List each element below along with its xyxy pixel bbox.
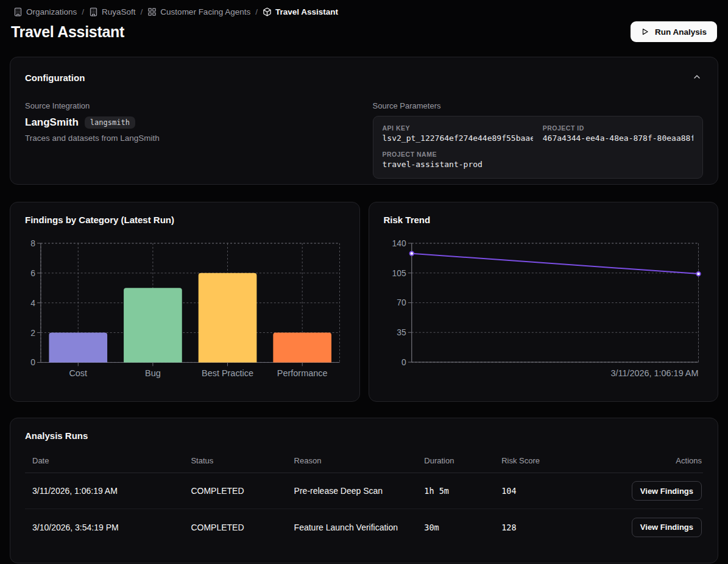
run-status: COMPLETED	[183, 523, 286, 532]
breadcrumb-item-customer-facing-agents[interactable]: Customer Facing Agents	[147, 7, 250, 16]
view-findings-button[interactable]: View Findings	[632, 518, 702, 537]
collapse-button[interactable]	[691, 71, 703, 85]
findings-bar-chart: 02468CostBugBest PracticePerformance	[25, 237, 345, 385]
breadcrumb-label: RuyaSoft	[102, 7, 136, 16]
bar-chart-title: Findings by Category (Latest Run)	[25, 215, 345, 225]
integration-badge: langsmith	[85, 116, 135, 129]
column-header-risk-score: Risk Score	[494, 456, 585, 465]
breadcrumb-label: Travel Assistant	[275, 7, 338, 16]
view-findings-button[interactable]: View Findings	[632, 481, 702, 501]
table-row: 3/10/2026, 3:54:19 PM COMPLETED Feature …	[25, 509, 703, 545]
run-risk-score: 104	[494, 486, 585, 496]
source-integration-section: Source Integration LangSmith langsmith T…	[25, 101, 356, 179]
svg-text:0: 0	[30, 357, 35, 367]
param-api-key: API KEY lsv2_pt_122764ef274e44e89f55baae…	[383, 124, 533, 143]
breadcrumb-separator: /	[255, 7, 258, 16]
svg-text:70: 70	[397, 298, 406, 307]
run-date: 3/10/2026, 3:54:19 PM	[25, 523, 183, 532]
page-title: Travel Assistant	[11, 23, 124, 41]
configuration-card: Configuration Source Integration LangSmi…	[10, 57, 718, 185]
page-header: Travel Assistant Run Analysis	[10, 21, 718, 42]
breadcrumb-label: Customer Facing Agents	[160, 7, 250, 16]
source-parameters-label: Source Parameters	[373, 101, 704, 110]
source-parameters-section: Source Parameters API KEY lsv2_pt_122764…	[373, 101, 704, 179]
svg-text:140: 140	[392, 238, 406, 248]
breadcrumb-item-ruyasoft[interactable]: RuyaSoft	[89, 7, 136, 16]
run-date: 3/11/2026, 1:06:19 AM	[25, 486, 183, 496]
risk-trend-card: Risk Trend 035701051403/11/2026, 1:06:19…	[369, 202, 719, 402]
play-icon	[641, 27, 649, 36]
run-analysis-label: Run Analysis	[655, 27, 707, 37]
breadcrumb-item-organizations[interactable]: Organizations	[13, 7, 77, 16]
line-chart-title: Risk Trend	[384, 215, 704, 225]
risk-trend-line-chart: 035701051403/11/2026, 1:06:19 AM	[384, 237, 704, 385]
column-header-actions: Actions	[585, 456, 703, 465]
column-header-status: Status	[183, 456, 286, 465]
param-project-id: PROJECT ID 467a4344-ee4a-48ea-878f-80eaa…	[543, 124, 693, 143]
integration-name: LangSmith	[25, 116, 79, 129]
run-analysis-button[interactable]: Run Analysis	[631, 21, 717, 42]
breadcrumb-separator: /	[141, 7, 143, 16]
svg-text:4: 4	[30, 298, 35, 308]
source-parameters-panel: API KEY lsv2_pt_122764ef274e44e89f55baae…	[373, 116, 704, 179]
param-label: API KEY	[383, 124, 533, 132]
analysis-runs-table: Date Status Reason Duration Risk Score A…	[25, 450, 703, 545]
configuration-title: Configuration	[25, 73, 85, 83]
svg-text:3/11/2026, 1:06:19 AM: 3/11/2026, 1:06:19 AM	[610, 368, 698, 378]
breadcrumb: Organizations / RuyaSoft / Customer Faci…	[10, 0, 718, 16]
svg-text:105: 105	[392, 268, 406, 278]
param-value: lsv2_pt_122764ef274e44e89f55baae…	[383, 134, 533, 143]
run-status: COMPLETED	[183, 486, 286, 496]
run-duration: 30m	[417, 523, 494, 532]
param-value: travel-assistant-prod	[383, 160, 694, 169]
svg-text:Cost: Cost	[69, 368, 87, 378]
building-icon	[89, 7, 98, 16]
param-project-name: PROJECT NAME travel-assistant-prod	[383, 151, 694, 169]
column-header-duration: Duration	[417, 456, 494, 465]
breadcrumb-separator: /	[82, 7, 84, 16]
integration-description: Traces and datasets from LangSmith	[25, 134, 356, 143]
breadcrumb-label: Organizations	[26, 7, 77, 16]
svg-text:8: 8	[30, 238, 35, 248]
svg-text:0: 0	[401, 357, 406, 367]
chevron-up-icon	[692, 72, 702, 82]
box-icon	[263, 7, 272, 16]
table-header-row: Date Status Reason Duration Risk Score A…	[25, 450, 703, 473]
analysis-runs-card: Analysis Runs Date Status Reason Duratio…	[10, 418, 718, 563]
breadcrumb-item-travel-assistant[interactable]: Travel Assistant	[263, 7, 338, 16]
svg-text:2: 2	[30, 328, 35, 338]
layout-grid-icon	[147, 7, 157, 16]
svg-text:Best Practice: Best Practice	[202, 368, 253, 378]
column-header-date: Date	[25, 456, 183, 465]
run-duration: 1h 5m	[417, 486, 494, 496]
run-reason: Feature Launch Verification	[287, 523, 417, 532]
table-row: 3/11/2026, 1:06:19 AM COMPLETED Pre-rele…	[25, 473, 703, 509]
param-label: PROJECT ID	[543, 124, 693, 132]
svg-text:Bug: Bug	[145, 368, 161, 378]
param-label: PROJECT NAME	[383, 151, 694, 158]
svg-text:Performance: Performance	[277, 368, 328, 378]
svg-text:6: 6	[30, 268, 35, 278]
source-integration-label: Source Integration	[25, 101, 356, 110]
run-reason: Pre-release Deep Scan	[287, 486, 417, 496]
svg-text:35: 35	[397, 327, 406, 337]
run-risk-score: 128	[494, 523, 585, 532]
column-header-reason: Reason	[287, 456, 417, 465]
findings-by-category-card: Findings by Category (Latest Run) 02468C…	[10, 202, 360, 402]
analysis-runs-title: Analysis Runs	[25, 430, 703, 441]
param-value: 467a4344-ee4a-48ea-878f-80eaa88f…	[543, 134, 693, 143]
building-icon	[13, 7, 23, 16]
